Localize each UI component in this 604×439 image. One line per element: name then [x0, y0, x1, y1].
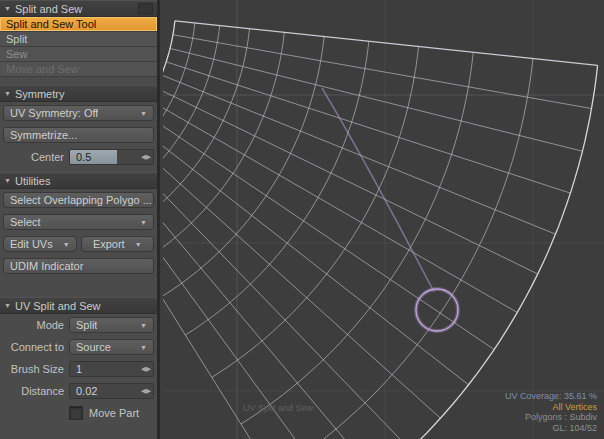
collapse-triangle-icon: ▼ — [4, 302, 11, 309]
brush-cursor-circle — [416, 289, 458, 331]
section-header-label: Split and Sew — [15, 3, 82, 15]
collapse-triangle-icon: ▼ — [4, 90, 11, 97]
section-header-utilities[interactable]: ▼ Utilities — [0, 172, 157, 189]
chevron-down-icon: ▼ — [136, 219, 147, 226]
brush-size-field[interactable]: 1 ◀▶ — [69, 361, 154, 377]
section-header-label: Symmetry — [15, 88, 65, 100]
section-header-label: Utilities — [15, 175, 50, 187]
center-label: Center — [0, 151, 69, 163]
move-part-label: Move Part — [89, 407, 139, 419]
collapse-triangle-icon: ▼ — [4, 177, 11, 184]
connect-to-label: Connect to — [0, 341, 69, 353]
mode-label: Mode — [0, 319, 69, 331]
move-part-checkbox[interactable] — [69, 406, 83, 420]
chevron-down-icon: ▼ — [136, 110, 147, 117]
collapse-triangle-icon: ▼ — [4, 5, 11, 12]
tool-split-and-sew-tool[interactable]: Split and Sew Tool — [0, 17, 157, 32]
uv-symmetry-dropdown[interactable]: UV Symmetry: Off ▼ — [3, 105, 154, 121]
udim-indicator-button[interactable]: UDIM Indicator — [3, 258, 154, 274]
distance-value: 0.02 — [70, 385, 97, 397]
header-widget[interactable] — [138, 3, 153, 14]
chevron-down-icon: ▼ — [136, 322, 147, 329]
mode-dropdown[interactable]: Split ▼ — [69, 317, 154, 333]
uv-viewport[interactable]: UV Split and Sew UV Coverage: 35.61 % Al… — [163, 0, 604, 439]
center-value: 0.5 — [70, 151, 91, 163]
section-header-split-and-sew[interactable]: ▼ Split and Sew — [0, 0, 157, 17]
edit-uvs-button[interactable]: Edit UVs ▼ — [3, 236, 77, 252]
section-header-label: UV Split and Sew — [15, 300, 101, 312]
chevron-down-icon: ▼ — [136, 344, 147, 351]
spinner-arrows-icon[interactable]: ◀▶ — [141, 384, 151, 398]
select-dropdown-value: Select — [10, 216, 41, 228]
spinner-arrows-icon[interactable]: ◀▶ — [141, 362, 151, 376]
export-label: Export — [93, 238, 125, 250]
edit-uvs-label: Edit UVs — [10, 238, 53, 250]
export-button[interactable]: Export ▼ — [81, 236, 155, 252]
distance-label: Distance — [0, 385, 69, 397]
uv-symmetry-value: UV Symmetry: Off — [10, 107, 98, 119]
brush-size-label: Brush Size — [0, 363, 69, 375]
app-window: ▼ Split and Sew Split and Sew Tool Split… — [0, 0, 604, 439]
section-header-symmetry[interactable]: ▼ Symmetry — [0, 85, 157, 102]
tool-panel: ▼ Split and Sew Split and Sew Tool Split… — [0, 0, 160, 439]
brush-size-value: 1 — [70, 363, 82, 375]
uv-mesh-canvas[interactable] — [163, 0, 604, 439]
distance-field[interactable]: 0.02 ◀▶ — [69, 383, 154, 399]
section-header-uv-split-and-sew[interactable]: ▼ UV Split and Sew — [0, 297, 157, 314]
chevron-down-icon: ▼ — [131, 241, 142, 248]
tool-move-and-sew: Move and Sew — [0, 62, 157, 77]
tool-sew[interactable]: Sew — [0, 47, 157, 62]
tool-split[interactable]: Split — [0, 32, 157, 47]
spinner-arrows-icon[interactable]: ◀▶ — [141, 150, 151, 164]
center-field[interactable]: 0.5 ◀▶ — [69, 149, 154, 165]
symmetrize-button[interactable]: Symmetrize... — [3, 127, 154, 143]
select-dropdown[interactable]: Select ▼ — [3, 214, 154, 230]
select-overlapping-button[interactable]: Select Overlapping Polygo ... — [3, 192, 154, 208]
connect-to-dropdown[interactable]: Source ▼ — [69, 339, 154, 355]
mode-value: Split — [76, 319, 97, 331]
connect-to-value: Source — [76, 341, 111, 353]
chevron-down-icon: ▼ — [59, 241, 70, 248]
